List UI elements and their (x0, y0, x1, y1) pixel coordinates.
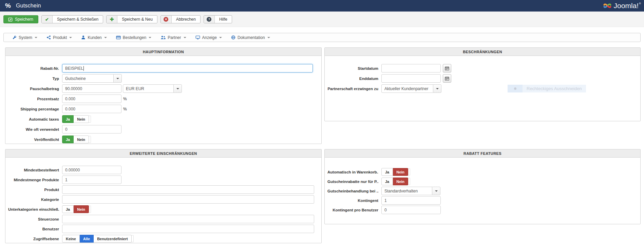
menu-item-kunden[interactable]: Kunden (81, 35, 107, 40)
shipping-percentage-input[interactable]: 0.000 (62, 105, 121, 113)
kontingent-pro-benutzer-input[interactable]: 0 (381, 206, 441, 214)
typ-select[interactable]: Gutscheine (62, 74, 122, 83)
field-label: Kontingent pro Benutzer (327, 208, 378, 212)
panel-rabatt-features: RABATT FEATURES Automatisch in Warenkorb… (324, 149, 641, 224)
partnerschaft-select[interactable]: Aktueller Kundenpartner (381, 84, 441, 93)
field-label: Unterkategorien einschließ... (8, 207, 59, 211)
save-close-button-label: Speichern & Schließen (53, 16, 103, 23)
field-label: Partnerschaft erzwingen zu (327, 87, 378, 91)
field-label: Automatic taxes (8, 117, 59, 121)
top-navbar: % Gutschein Joomla! ® (0, 0, 644, 12)
pauschalbetrag-input[interactable]: 90.00000 (62, 84, 121, 93)
chevron-down-icon[interactable] (173, 84, 182, 93)
user-icon (81, 35, 86, 40)
menu-item-anzeige[interactable]: Anzeige (195, 35, 222, 40)
percent-icon: % (5, 2, 11, 9)
toggle-no[interactable]: Nein (393, 178, 408, 185)
chevron-down-icon (184, 37, 186, 38)
menu-item-label: Anzeige (202, 35, 217, 40)
menu-item-partner[interactable]: Partner (160, 35, 186, 40)
save-button[interactable]: Speichern (3, 15, 38, 23)
menu-item-label: Kunden (88, 35, 101, 40)
calendar-button[interactable] (443, 74, 451, 83)
save-new-button-label: Speichern & Neu (117, 16, 157, 23)
help-icon: ? (204, 16, 215, 23)
produkt-input[interactable] (62, 185, 314, 194)
admin-menubar: System Produkt Kunden Bestellungen Partn… (3, 33, 641, 42)
save-icon (4, 16, 13, 23)
panel-title: ERWEITERTE EINSCHRÄNKUNGEN (5, 149, 321, 158)
toggle-yes[interactable]: Ja (62, 115, 74, 123)
startdatum-input[interactable] (381, 64, 441, 73)
joomla-logo-reg: ® (639, 2, 641, 5)
steuerzone-input[interactable] (62, 215, 314, 223)
benutzer-input[interactable] (62, 225, 314, 233)
toggle-option-alle[interactable]: Alle (80, 235, 94, 243)
save-close-button[interactable]: ✔ Speichern & Schließen (41, 15, 103, 23)
help-button-label: Hilfe (215, 16, 232, 23)
field-label: Shipping percentage (8, 107, 59, 111)
menu-item-system[interactable]: System (12, 35, 37, 40)
toggle-no[interactable]: Nein (393, 168, 408, 176)
menu-item-produkt[interactable]: Produkt (46, 35, 72, 40)
currency-select[interactable]: EUR EUR (123, 84, 182, 93)
rabatt-nr-input[interactable]: BEISPIEL (62, 64, 313, 73)
calendar-icon (445, 76, 449, 81)
kategorie-input[interactable] (62, 195, 314, 204)
enddatum-input[interactable] (381, 74, 441, 83)
menu-item-label: Produkt (53, 35, 67, 40)
wie-oft-verwendet-input[interactable]: 0 (62, 125, 121, 133)
automatisch-warenkorb-toggle: Ja Nein (381, 168, 410, 176)
menu-item-dokumentation[interactable]: Dokumentation (231, 35, 270, 40)
field-label: Kategorie (8, 198, 59, 202)
field-label: Produkt (8, 188, 59, 192)
menu-item-bestellungen[interactable]: Bestellungen (116, 35, 151, 40)
toggle-yes[interactable]: Ja (381, 168, 393, 176)
joomla-logo-text: Joomla! (614, 2, 639, 10)
toggle-yes[interactable]: Ja (381, 178, 393, 185)
panel-title: BESCHRÄNKUNGEN (325, 48, 640, 56)
field-label: Prozentsatz (8, 97, 59, 101)
chevron-down-icon (149, 37, 151, 38)
field-label: Pauschalbetrag (8, 87, 59, 91)
field-label: Kontingent (327, 199, 378, 203)
prozentsatz-input[interactable]: 0.000 (62, 95, 121, 103)
chevron-down-icon[interactable] (113, 74, 122, 83)
calendar-button[interactable] (443, 64, 451, 73)
toggle-yes[interactable]: Ja (62, 205, 74, 213)
toggle-no[interactable]: Nein (74, 205, 89, 213)
joomla-logo: Joomla! ® (603, 1, 641, 11)
chevron-down-icon[interactable] (433, 84, 441, 93)
chevron-down-icon (35, 37, 37, 38)
text-cursor (83, 66, 84, 71)
product-icon (46, 35, 51, 40)
field-label: Wie oft verwendet (8, 127, 59, 131)
mindestmenge-produkte-input[interactable]: 1 (62, 175, 121, 184)
help-button[interactable]: ? Hilfe (204, 15, 232, 23)
toggle-no[interactable]: Nein (74, 115, 89, 123)
cancel-button[interactable]: ✕ Abbrechen (160, 15, 201, 23)
percent-suffix: % (123, 107, 127, 111)
kontingent-input[interactable]: 1 (381, 196, 441, 205)
cancel-button-label: Abbrechen (172, 16, 200, 23)
toggle-yes[interactable]: Ja (62, 136, 74, 143)
mindestbestellwert-input[interactable]: 0.00000 (62, 166, 121, 174)
gutscheinbehandlung-select[interactable]: Standardverhalten (381, 187, 440, 195)
toggle-tail (408, 178, 410, 185)
snip-mode-label: Rechteckiges Ausschneiden (527, 86, 582, 91)
chevron-down-icon (219, 37, 222, 38)
toggle-option-keine[interactable]: Keine (62, 235, 80, 243)
toggle-option-benutzerdefiniert[interactable]: Benutzerdefiniert (94, 235, 131, 243)
field-label: Startdatum (327, 66, 378, 70)
save-new-button[interactable]: ✚ Speichern & Neu (106, 15, 157, 23)
field-label: Gutscheinbehandlung bei ... (327, 189, 378, 193)
partners-icon (160, 35, 166, 40)
chevron-down-icon (69, 37, 72, 38)
toggle-no[interactable]: Nein (74, 136, 89, 143)
field-label: Rabatt-Nr. (8, 66, 59, 70)
chevron-down-icon[interactable] (432, 187, 440, 195)
menu-item-label: System (19, 35, 32, 40)
unterkategorien-toggle: Ja Nein (62, 205, 91, 213)
panel-title: HAUPTINFORMATION (5, 48, 321, 56)
field-label: Veröffentlicht (8, 138, 59, 142)
